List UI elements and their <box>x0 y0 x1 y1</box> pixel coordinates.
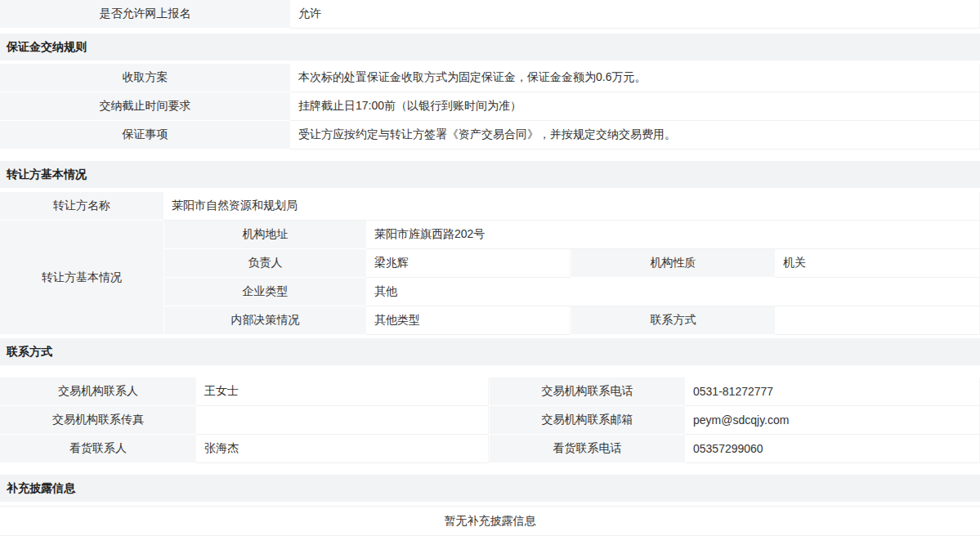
principal-label: 负责人 <box>163 249 366 278</box>
section-title-supplementary-disclosure: 补充披露信息 <box>0 475 980 502</box>
transferor-detail-group: 转让方基本情况 机构地址 莱阳市旌旗西路202号 负责人 梁兆辉 机构性质 机关… <box>0 221 980 335</box>
disclosure-page: 是否允许网上报名 允许 保证金交纳规则 收取方案 本次标的处置保证金收取方式为固… <box>0 0 980 536</box>
agency-email-value: peym@sdcqjy.com <box>685 406 980 435</box>
agency-contact-person-value: 王女士 <box>196 377 489 406</box>
deposit-plan-label: 收取方案 <box>0 64 290 92</box>
enterprise-type-label: 企业类型 <box>163 278 366 306</box>
deposit-rules-table: 收取方案 本次标的处置保证金收取方式为固定保证金，保证金金额为0.6万元。 交纳… <box>0 64 980 150</box>
guarantee-items-label: 保证事项 <box>0 121 290 150</box>
deposit-plan-value: 本次标的处置保证金收取方式为固定保证金，保证金金额为0.6万元。 <box>290 64 980 92</box>
table-row: 交纳截止时间要求 挂牌截止日17:00前（以银行到账时间为准） <box>0 92 980 121</box>
online-registration-value: 允许 <box>290 0 980 29</box>
transferor-name-label: 转让方名称 <box>0 192 163 221</box>
internal-decision-label: 内部决策情况 <box>163 306 366 335</box>
transferor-contact-label: 联系方式 <box>571 306 775 335</box>
org-nature-value: 机关 <box>775 249 980 278</box>
agency-email-label: 交易机构联系邮箱 <box>489 406 685 435</box>
org-address-value: 莱阳市旌旗西路202号 <box>366 221 980 249</box>
transferor-contact-value <box>775 306 980 335</box>
table-row: 看货联系人 张海杰 看货联系电话 05357299060 <box>0 435 980 463</box>
agency-fax-value <box>196 406 489 435</box>
online-registration-label: 是否允许网上报名 <box>0 0 290 29</box>
inspection-contact-person-value: 张海杰 <box>196 435 489 463</box>
section-title-transferor-info: 转让方基本情况 <box>0 161 980 188</box>
table-row: 是否允许网上报名 允许 <box>0 0 980 29</box>
agency-fax-label: 交易机构联系传真 <box>0 406 196 435</box>
enterprise-type-value: 其他 <box>366 278 980 306</box>
supplementary-disclosure-empty-text: 暂无补充披露信息 <box>445 514 536 529</box>
internal-decision-value: 其他类型 <box>366 306 571 335</box>
table-row: 交易机构联系传真 交易机构联系邮箱 peym@sdcqjy.com <box>0 406 980 435</box>
inspection-contact-phone-value: 05357299060 <box>685 435 980 463</box>
table-row: 机构地址 莱阳市旌旗西路202号 <box>163 221 980 249</box>
table-row: 交易机构联系人 王女士 交易机构联系电话 0531-81272777 <box>0 377 980 406</box>
table-row: 内部决策情况 其他类型 联系方式 <box>163 306 980 335</box>
transferor-name-value: 莱阳市自然资源和规划局 <box>163 192 980 221</box>
deposit-deadline-label: 交纳截止时间要求 <box>0 92 290 121</box>
org-nature-label: 机构性质 <box>571 249 775 278</box>
guarantee-items-value: 受让方应按约定与转让方签署《资产交易合同》，并按规定交纳交易费用。 <box>290 121 980 150</box>
table-row: 保证事项 受让方应按约定与转让方签署《资产交易合同》，并按规定交纳交易费用。 <box>0 121 980 150</box>
table-row: 转让方名称 莱阳市自然资源和规划局 <box>0 192 980 221</box>
table-row: 负责人 梁兆辉 机构性质 机关 <box>163 249 980 278</box>
transferor-group-label: 转让方基本情况 <box>0 221 163 335</box>
transferor-detail-rows: 机构地址 莱阳市旌旗西路202号 负责人 梁兆辉 机构性质 机关 企业类型 其他… <box>163 221 980 335</box>
online-registration-table: 是否允许网上报名 允许 <box>0 0 980 29</box>
section-title-deposit-rules: 保证金交纳规则 <box>0 34 980 60</box>
table-row: 收取方案 本次标的处置保证金收取方式为固定保证金，保证金金额为0.6万元。 <box>0 64 980 92</box>
agency-contact-person-label: 交易机构联系人 <box>0 377 196 406</box>
supplementary-disclosure-empty-row: 暂无补充披露信息 <box>0 506 980 536</box>
inspection-contact-phone-label: 看货联系电话 <box>489 435 685 463</box>
deposit-deadline-value: 挂牌截止日17:00前（以银行到账时间为准） <box>290 92 980 121</box>
inspection-contact-person-label: 看货联系人 <box>0 435 196 463</box>
contact-info-table: 交易机构联系人 王女士 交易机构联系电话 0531-81272777 交易机构联… <box>0 377 980 463</box>
agency-contact-phone-label: 交易机构联系电话 <box>489 377 685 406</box>
principal-value: 梁兆辉 <box>366 249 571 278</box>
table-row: 企业类型 其他 <box>163 278 980 306</box>
agency-contact-phone-value: 0531-81272777 <box>685 377 980 406</box>
transferor-info-table: 转让方名称 莱阳市自然资源和规划局 转让方基本情况 机构地址 莱阳市旌旗西路20… <box>0 192 980 335</box>
section-title-contact-info: 联系方式 <box>0 338 980 365</box>
org-address-label: 机构地址 <box>163 221 366 249</box>
